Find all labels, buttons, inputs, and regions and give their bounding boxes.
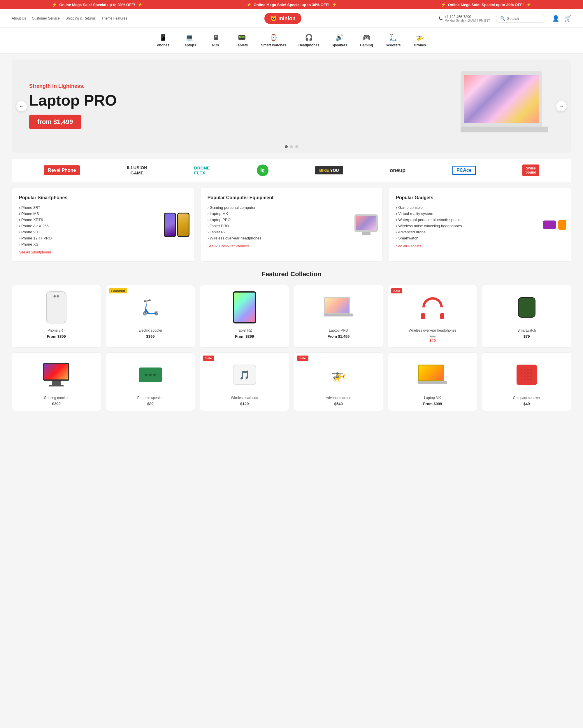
list-item[interactable]: Phone Air X 256 (19, 223, 52, 229)
category-gaming[interactable]: 🎮 Gaming (353, 31, 380, 50)
brand-oneup[interactable]: oneup (390, 167, 406, 174)
dot-1[interactable] (285, 145, 288, 148)
category-headphones[interactable]: 🎧 Headphones (293, 31, 326, 50)
category-drones[interactable]: 🚁 Drones (407, 31, 433, 50)
see-all-gadgets[interactable]: See All Gadgets (396, 244, 421, 248)
brand-revel[interactable]: Revel Phone (44, 165, 80, 175)
drones-label: Drones (414, 43, 426, 47)
sd8 (530, 372, 532, 374)
list-item[interactable]: Wireless over-ear headphones (207, 235, 261, 241)
product-laptop-pro[interactable]: Laptop PRO From $1,499 (294, 285, 383, 348)
list-item[interactable]: Phone 8RT (19, 205, 52, 211)
cart-icon[interactable]: 🛒 (564, 15, 571, 22)
brand-iq[interactable]: Iq (257, 164, 269, 176)
list-item[interactable]: Virtual reality system (396, 211, 463, 217)
list-item[interactable]: Wireless noise canceling headphones (396, 223, 463, 229)
laptop-visual (461, 71, 554, 141)
dot-3[interactable] (295, 145, 298, 148)
list-item[interactable]: Waterproof portable bluetooth speaker (396, 217, 463, 223)
category-phones[interactable]: 📱 Phones (150, 31, 176, 50)
product-name-laptop: Laptop PRO (298, 329, 380, 333)
product-smartwatch[interactable]: Smartwatch $79 (482, 285, 571, 348)
category-pcs[interactable]: 🖥 PCs (202, 31, 229, 50)
logo[interactable]: 🐱 minion (265, 13, 301, 24)
phones-label: Phones (157, 43, 169, 47)
smartwatch-visual (518, 297, 535, 318)
product-image-drone: 🚁 (298, 357, 380, 392)
product-tablet-rz[interactable]: Tablet RZ From $399 (200, 285, 289, 348)
list-item[interactable]: Phone 9RT (19, 229, 52, 235)
pcs-label: PCs (212, 43, 219, 47)
nav-theme-features[interactable]: Theme Features (102, 16, 127, 20)
sd7 (527, 372, 529, 374)
speaker-hole-1 (145, 374, 147, 376)
product-drone[interactable]: Sale 🚁 Advanced drone $549 (294, 352, 383, 411)
list-item[interactable]: Gaming personal computer (207, 205, 261, 211)
scooter-visual: 🛴 (141, 299, 160, 316)
sd13 (521, 379, 522, 380)
product-name-drone: Advanced drone (298, 396, 380, 400)
category-tablets[interactable]: 📟 Tablets (229, 31, 255, 50)
popular-computers-card: Popular Computer Equipment Gaming person… (200, 188, 383, 262)
product-laptop-mk[interactable]: Laptop MK From $999 (388, 352, 477, 411)
products-grid-row1: Phone 8RT From $399 Featured 🛴 Electric … (12, 285, 571, 348)
product-image-headphones (392, 290, 474, 325)
list-item[interactable]: Phone XS (19, 241, 52, 247)
list-item[interactable]: Phone MS (19, 211, 52, 217)
list-item[interactable]: Tablet RZ (207, 229, 261, 235)
list-item[interactable]: Phone XRT6 (19, 217, 52, 223)
brand-swisssound[interactable]: SwissSound (522, 164, 539, 176)
speakers-icon: 🔊 (335, 34, 343, 42)
product-speaker-red[interactable]: Compact speaker $49 (482, 352, 571, 411)
category-laptops[interactable]: 💻 Laptops (176, 31, 202, 50)
product-headphones[interactable]: Sale Wireless over-ear headphones $99 $4… (388, 285, 477, 348)
monitor-stand (362, 232, 370, 235)
product-badge-drone: Sale (297, 356, 308, 361)
see-all-computers[interactable]: See All Computer Products (207, 244, 250, 248)
list-item[interactable]: Advanced drone (396, 229, 463, 235)
product-image-phone8rt (16, 290, 98, 325)
laptops-icon: 💻 (186, 34, 193, 42)
list-item[interactable]: Game console (396, 205, 463, 211)
list-item[interactable]: Tablet PRO (207, 223, 261, 229)
category-speakers[interactable]: 🔊 Speakers (326, 31, 353, 50)
product-image-laptop-mk (392, 357, 474, 392)
brand-droneflex[interactable]: DRONEFLEX (194, 165, 210, 175)
hero-price[interactable]: from $1,499 (29, 114, 81, 129)
brand-pcace[interactable]: PCAce (452, 166, 476, 175)
search-input[interactable] (507, 16, 542, 21)
list-item[interactable]: Phone 12RT PRO (19, 235, 52, 241)
slider-next-button[interactable]: → (556, 101, 567, 111)
category-smart-watches[interactable]: ⌚ Smart Watches (255, 31, 293, 50)
product-price-tablet: From $399 (203, 334, 285, 339)
list-item[interactable]: Smartwatch (396, 235, 463, 241)
list-item[interactable]: Laptop MK (207, 211, 261, 217)
product-speaker-green[interactable]: Portable speaker $89 (106, 352, 195, 411)
product-scooter[interactable]: Featured 🛴 Electric scooter $399 (106, 285, 195, 348)
header-nav: About Us Customer Service Shipping & Ret… (12, 16, 127, 20)
category-scooters[interactable]: 🛴 Scooters (380, 31, 407, 50)
list-item[interactable]: Laptop PRO (207, 217, 261, 223)
product-badge-headphones: Sale (391, 288, 402, 293)
product-phone8rt[interactable]: Phone 8RT From $399 (12, 285, 101, 348)
dot-2[interactable] (290, 145, 293, 148)
user-icon[interactable]: 👤 (552, 15, 559, 22)
nav-about-us[interactable]: About Us (12, 16, 26, 20)
nav-customer-service[interactable]: Customer Service (32, 16, 59, 20)
gadgets-visual (543, 220, 566, 230)
brand-illusion[interactable]: ILLUSION GAME (127, 165, 147, 176)
product-image-monitor (16, 357, 98, 392)
slider-prev-button[interactable]: ← (16, 101, 27, 111)
product-price-speaker-green: $89 (110, 401, 192, 406)
product-name-laptop-mk: Laptop MK (392, 396, 474, 400)
nav-shipping[interactable]: Shipping & Returns (65, 16, 95, 20)
announcement-text-2: Online Mega Sale! Special up to 30% OFF! (254, 3, 329, 7)
search-box[interactable]: 🔍 (496, 14, 546, 23)
see-all-smartphones[interactable]: See All Smartphones (19, 250, 52, 254)
product-price-speaker-red: $49 (485, 401, 567, 406)
product-earbuds[interactable]: Sale 🎵 Wireless earbuds $129 (200, 352, 289, 411)
laptop-base (461, 127, 548, 132)
product-name-headphones: Wireless over-ear headphones (392, 329, 474, 333)
product-monitor[interactable]: Gaming monitor $299 (12, 352, 101, 411)
brand-bikeyou[interactable]: BIKE YOU (315, 166, 343, 175)
